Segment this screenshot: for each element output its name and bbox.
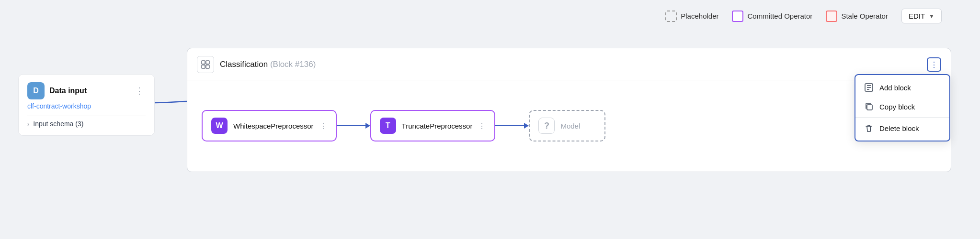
- whitespace-preprocessor-node: W WhitespacePreprocessor ⋮: [202, 110, 337, 141]
- data-input-node: D Data input ⋮ clf-contract-workshop › I…: [18, 74, 155, 136]
- whitespace-label: WhitespacePreprocessor: [233, 122, 314, 130]
- whitespace-menu-button[interactable]: ⋮: [319, 121, 327, 130]
- stale-legend-label: Stale Operator: [841, 12, 888, 20]
- truncate-preprocessor-node: T TruncatePreprocessor ⋮: [370, 110, 496, 141]
- svg-rect-2: [202, 65, 205, 68]
- pipeline-content: W WhitespacePreprocessor ⋮ T TruncatePre…: [187, 80, 951, 171]
- committed-legend-label: Committed Operator: [747, 12, 812, 20]
- edit-dropdown[interactable]: EDIT ▼: [901, 9, 942, 23]
- input-schema-label: Input schema (3): [33, 120, 83, 128]
- delete-block-menu-item[interactable]: Delete block: [855, 119, 949, 138]
- classification-icon: [197, 56, 214, 73]
- input-schema-row[interactable]: › Input schema (3): [27, 120, 146, 128]
- placeholder-legend-icon: [665, 11, 677, 22]
- chevron-down-icon: ▼: [929, 13, 934, 20]
- data-input-link[interactable]: clf-contract-workshop: [27, 102, 146, 110]
- truncate-label: TruncatePreprocessor: [402, 122, 473, 130]
- block-menu-button[interactable]: ⋮: [927, 57, 941, 72]
- copy-block-menu-item[interactable]: Copy block: [855, 97, 949, 116]
- add-block-label: Add block: [879, 84, 911, 92]
- arrow-head-1: [365, 123, 370, 129]
- data-input-icon: D: [27, 82, 45, 99]
- model-placeholder-node: ? Model: [529, 110, 605, 141]
- svg-rect-0: [202, 61, 205, 64]
- context-menu-divider: [855, 117, 949, 118]
- placeholder-legend: Placeholder: [665, 11, 718, 22]
- delete-block-label: Delete block: [879, 124, 919, 132]
- truncate-menu-button[interactable]: ⋮: [478, 121, 486, 130]
- arrow-line-1: [337, 125, 365, 126]
- truncate-icon: T: [380, 118, 396, 134]
- node-title-group: D Data input: [27, 82, 87, 99]
- chevron-right-icon: ›: [27, 120, 29, 128]
- legend-bar: Placeholder Committed Operator Stale Ope…: [665, 9, 942, 23]
- delete-block-icon: [864, 124, 874, 132]
- node-header: D Data input ⋮: [27, 82, 146, 99]
- context-menu: Add block Copy block Delete block: [855, 74, 950, 141]
- svg-rect-1: [206, 61, 209, 64]
- committed-legend-icon: [732, 11, 743, 22]
- arrow-head-2: [524, 123, 529, 129]
- stale-legend: Stale Operator: [826, 11, 888, 22]
- arrow-line-2: [495, 125, 524, 126]
- classification-title: Classification (Block #136): [220, 60, 316, 69]
- arrow-connector-1: [337, 123, 370, 129]
- classification-block: Classification (Block #136) ⋮ W Whitespa…: [187, 48, 951, 172]
- svg-rect-3: [206, 65, 209, 68]
- copy-block-icon: [864, 102, 874, 111]
- edit-label: EDIT: [909, 12, 925, 20]
- add-block-icon: [864, 83, 874, 92]
- add-block-menu-item[interactable]: Add block: [855, 78, 949, 97]
- classification-title-group: Classification (Block #136): [197, 56, 316, 73]
- placeholder-legend-label: Placeholder: [681, 12, 718, 20]
- arrow-connector-2: [495, 123, 529, 129]
- stale-legend-icon: [826, 11, 837, 22]
- committed-legend: Committed Operator: [732, 11, 812, 22]
- copy-block-label: Copy block: [879, 103, 915, 111]
- classification-header: Classification (Block #136) ⋮: [187, 48, 951, 80]
- classification-subtitle: (Block #136): [270, 60, 316, 69]
- svg-rect-8: [867, 105, 872, 110]
- data-input-title: Data input: [49, 87, 87, 95]
- whitespace-icon: W: [211, 118, 228, 134]
- node-divider: [27, 116, 146, 116]
- model-placeholder-icon: ?: [538, 118, 555, 134]
- model-placeholder-label: Model: [560, 122, 580, 130]
- data-input-menu-button[interactable]: ⋮: [133, 84, 146, 98]
